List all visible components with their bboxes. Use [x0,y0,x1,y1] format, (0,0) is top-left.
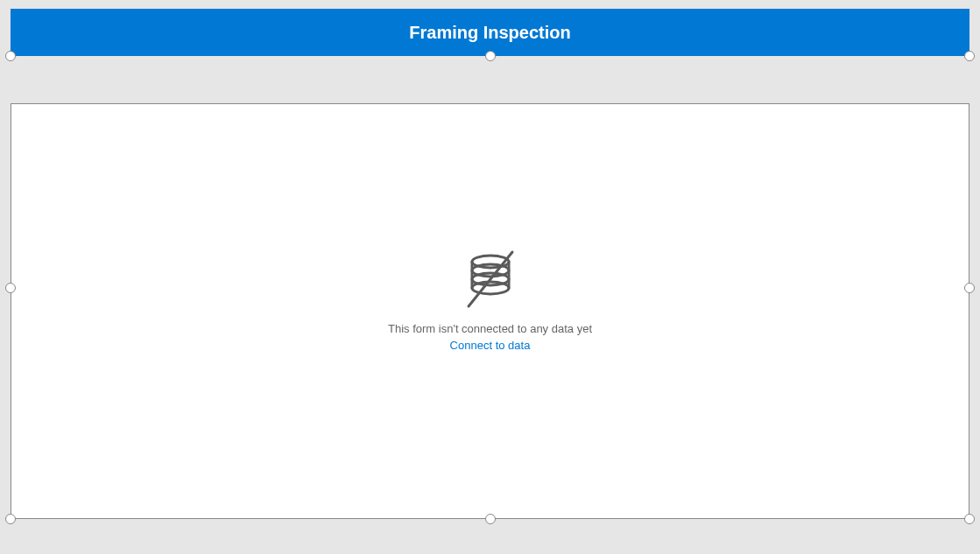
resize-handle-top-right[interactable] [964,51,975,61]
canvas-area: Framing Inspection [11,9,969,519]
form-title-bar: Framing Inspection [11,9,969,56]
connect-to-data-link[interactable]: Connect to data [450,339,531,352]
resize-handle-bottom[interactable] [485,514,496,524]
form-body[interactable]: This form isn't connected to any data ye… [11,103,969,519]
form-title: Framing Inspection [409,23,570,43]
database-disconnected-icon [455,245,525,315]
svg-line-4 [469,252,512,306]
empty-state-message: This form isn't connected to any data ye… [388,322,592,335]
svg-point-3 [472,282,509,294]
resize-handle-right[interactable] [964,283,975,293]
resize-handle-bottom-right[interactable] [964,514,975,524]
resize-handle-left[interactable] [5,283,16,293]
resize-handle-top[interactable] [485,51,496,61]
resize-handle-bottom-left[interactable] [5,514,16,524]
form-selection-wrapper[interactable]: This form isn't connected to any data ye… [11,56,969,519]
empty-state: This form isn't connected to any data ye… [388,245,592,352]
resize-handle-top-left[interactable] [5,51,16,61]
